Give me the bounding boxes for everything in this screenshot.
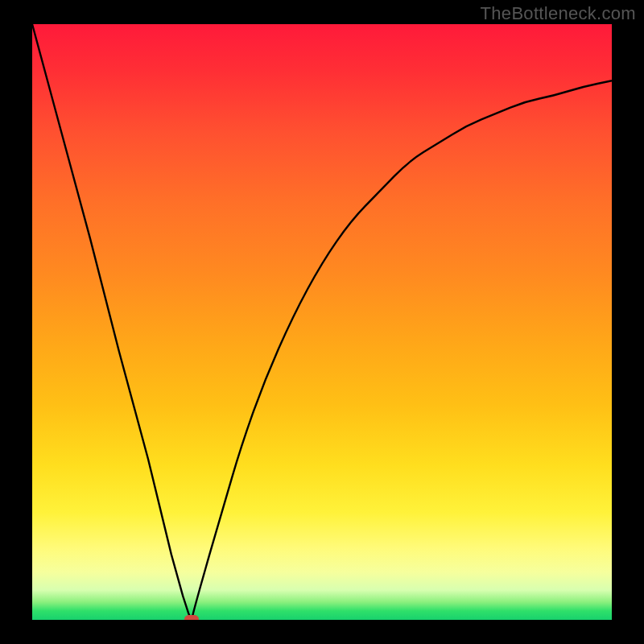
gradient-background	[32, 24, 612, 620]
optimal-point-marker	[184, 615, 199, 620]
chart-frame: TheBottleneck.com	[0, 0, 644, 644]
plot-area	[32, 24, 612, 620]
watermark-label: TheBottleneck.com	[481, 3, 636, 24]
